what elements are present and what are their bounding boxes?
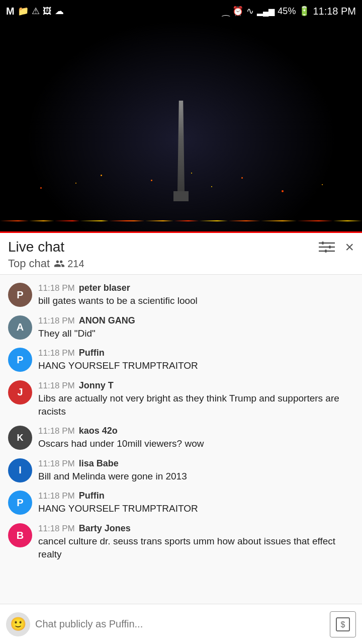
m-icon: M: [6, 6, 15, 17]
chat-sub-header: Top chat 214: [8, 257, 354, 270]
emoji-icon: 🙂: [10, 616, 26, 632]
chat-message: P 11:18 PM peter blaser bill gates wants…: [0, 279, 362, 311]
svg-rect-5: [325, 250, 327, 253]
status-bar: M 📁 ⚠ 🖼 ☁ ⁔ ⏰ ∿ ▂▄▆ 45% 🔋 11:18 PM: [0, 0, 362, 22]
message-text: Libs are actually not very bright as the…: [38, 392, 354, 418]
message-author: Puffin: [79, 491, 105, 501]
filter-svg: [319, 241, 335, 253]
message-text: HANG YOURSELF TRUMPTRAITOR: [38, 359, 354, 372]
folder-icon: 📁: [18, 6, 29, 17]
message-content: 11:18 PM ANON GANG They all "Did": [38, 315, 354, 340]
message-time: 11:18 PM: [38, 459, 75, 469]
message-author: Barty Jones: [79, 523, 131, 534]
message-time: 11:18 PM: [38, 316, 75, 326]
message-content: 11:18 PM peter blaser bill gates wants t…: [38, 283, 354, 307]
chat-message: I 11:18 PM lisa Babe Bill and Melinda we…: [0, 454, 362, 487]
top-chat-label: Top chat: [8, 257, 50, 270]
svg-rect-3: [322, 242, 324, 245]
message-text: Bill and Melinda were gone in 2013: [38, 470, 354, 483]
light-dot: [191, 173, 192, 174]
chat-message: J 11:18 PM Jonny T Libs are actually not…: [0, 376, 362, 422]
light-dot: [75, 183, 76, 184]
message-text: cancel culture dr. seuss trans sports um…: [38, 535, 354, 560]
light-dot: [211, 186, 212, 187]
clock: 11:18 PM: [313, 6, 356, 17]
chat-message: A 11:18 PM ANON GANG They all "Did": [0, 311, 362, 344]
svg-rect-4: [329, 246, 331, 249]
message-meta: 11:18 PM Puffin: [38, 491, 354, 501]
viewer-count-number: 214: [67, 258, 84, 270]
message-time: 11:18 PM: [38, 426, 75, 436]
avatar: I: [8, 458, 32, 482]
avatar: P: [8, 491, 32, 515]
avatar: B: [8, 523, 32, 547]
monument-obelisk: [177, 101, 185, 191]
red-separator: [0, 231, 362, 233]
chat-messages[interactable]: P 11:18 PM peter blaser bill gates wants…: [0, 275, 362, 604]
light-dot: [282, 190, 284, 192]
filter-icon[interactable]: [319, 239, 335, 255]
message-content: 11:18 PM Puffin HANG YOURSELF TRUMPTRAIT…: [38, 348, 354, 372]
message-content: 11:18 PM Barty Jones cancel culture dr. …: [38, 523, 354, 560]
message-author: lisa Babe: [79, 458, 119, 469]
signal-icon: ▂▄▆: [257, 7, 275, 16]
message-meta: 11:18 PM Puffin: [38, 348, 354, 358]
chat-header: Live chat ×: [0, 233, 362, 275]
message-text: Oscars had under 10mill viewers? wow: [38, 437, 354, 450]
battery-percent: 45%: [278, 6, 296, 17]
send-button[interactable]: $: [330, 611, 356, 637]
message-time: 11:18 PM: [38, 491, 75, 501]
send-icon: $: [335, 617, 350, 632]
emoji-button[interactable]: 🙂: [6, 612, 30, 636]
message-meta: 11:18 PM Jonny T: [38, 380, 354, 391]
image-icon: 🖼: [43, 6, 52, 17]
avatar: K: [8, 426, 32, 450]
chat-header-icons: ×: [319, 239, 354, 255]
light-dot: [151, 180, 152, 181]
message-author: Puffin: [79, 348, 105, 358]
avatar: P: [8, 283, 32, 307]
light-dot: [40, 187, 42, 189]
alarm-icon: ⏰: [232, 6, 243, 17]
message-text: They all "Did": [38, 327, 354, 340]
bluetooth-icon: ⁔: [222, 6, 229, 17]
avatar: A: [8, 315, 32, 340]
status-icons-right: ⁔ ⏰ ∿ ▂▄▆ 45% 🔋 11:18 PM: [222, 6, 356, 17]
message-author: Jonny T: [79, 380, 114, 391]
message-author: peter blaser: [79, 283, 130, 293]
svg-text:$: $: [341, 620, 345, 629]
message-content: 11:18 PM Jonny T Libs are actually not v…: [38, 380, 354, 418]
light-dot: [322, 184, 323, 185]
warning-icon: ⚠: [32, 6, 40, 17]
chat-message: P 11:18 PM Puffin HANG YOURSELF TRUMPTRA…: [0, 487, 362, 519]
chat-message: P 11:18 PM Puffin HANG YOURSELF TRUMPTRA…: [0, 344, 362, 376]
message-time: 11:18 PM: [38, 348, 75, 358]
chat-input[interactable]: [35, 612, 325, 636]
monument: [173, 101, 189, 201]
status-icons-left: M 📁 ⚠ 🖼 ☁: [6, 6, 64, 17]
close-button[interactable]: ×: [345, 239, 354, 255]
message-text: HANG YOURSELF TRUMPTRAITOR: [38, 502, 354, 515]
message-meta: 11:18 PM kaos 42o: [38, 426, 354, 436]
chat-title: Live chat: [8, 239, 64, 255]
message-time: 11:18 PM: [38, 283, 75, 293]
message-meta: 11:18 PM Barty Jones: [38, 523, 354, 534]
message-meta: 11:18 PM ANON GANG: [38, 315, 354, 326]
battery-icon: 🔋: [299, 6, 310, 17]
message-content: 11:18 PM lisa Babe Bill and Melinda were…: [38, 458, 354, 483]
chat-message: B 11:18 PM Barty Jones cancel culture dr…: [0, 519, 362, 565]
video-player[interactable]: [0, 0, 362, 231]
message-time: 11:18 PM: [38, 381, 75, 391]
viewer-count: 214: [54, 258, 84, 270]
chat-input-bar: 🙂 $: [0, 604, 362, 644]
avatar: P: [8, 348, 32, 372]
viewers-icon: [54, 258, 65, 269]
message-meta: 11:18 PM lisa Babe: [38, 458, 354, 469]
message-author: kaos 42o: [79, 426, 118, 436]
message-author: ANON GANG: [79, 315, 135, 326]
chat-panel: Live chat ×: [0, 233, 362, 604]
message-meta: 11:18 PM peter blaser: [38, 283, 354, 293]
chat-header-top: Live chat ×: [8, 239, 354, 255]
message-content: 11:18 PM kaos 42o Oscars had under 10mil…: [38, 426, 354, 450]
message-content: 11:18 PM Puffin HANG YOURSELF TRUMPTRAIT…: [38, 491, 354, 515]
